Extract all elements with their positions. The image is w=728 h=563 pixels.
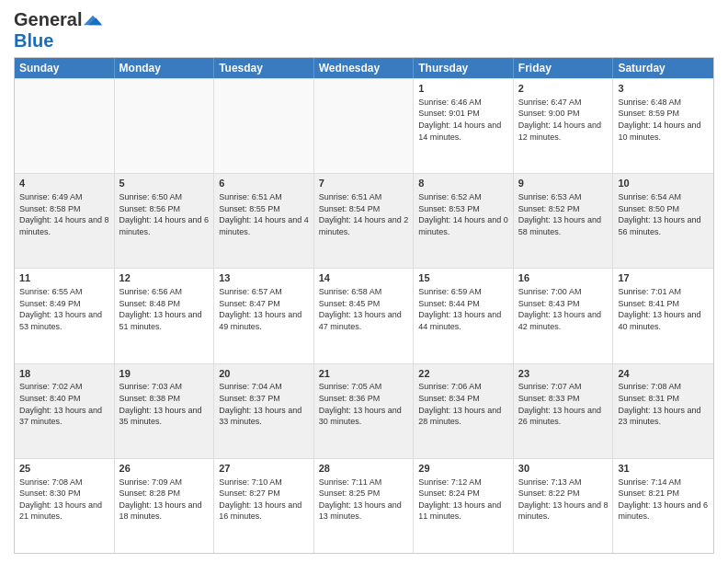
day-number: 16: [518, 271, 609, 285]
logo-icon: [84, 11, 102, 29]
cell-info: Sunrise: 6:59 AMSunset: 8:44 PMDaylight:…: [418, 286, 508, 332]
cell-info: Sunrise: 6:52 AMSunset: 8:53 PMDaylight:…: [418, 191, 508, 237]
page-header: General Blue: [14, 9, 714, 52]
calendar: Sunday Monday Tuesday Wednesday Thursday…: [14, 57, 714, 554]
cell-info: Sunrise: 7:13 AMSunset: 8:22 PMDaylight:…: [518, 477, 609, 523]
cell-info: Sunrise: 7:07 AMSunset: 8:33 PMDaylight:…: [518, 381, 609, 427]
day-number: 7: [319, 177, 409, 190]
calendar-cell: 16Sunrise: 7:00 AMSunset: 8:43 PMDayligh…: [514, 269, 614, 362]
calendar-cell: [214, 79, 314, 173]
cell-info: Sunrise: 6:46 AMSunset: 9:01 PMDaylight:…: [418, 97, 508, 143]
calendar-cell: 11Sunrise: 6:55 AMSunset: 8:49 PMDayligh…: [15, 269, 115, 362]
day-number: 27: [219, 462, 309, 476]
cell-info: Sunrise: 7:12 AMSunset: 8:24 PMDaylight:…: [418, 477, 508, 523]
calendar-cell: 30Sunrise: 7:13 AMSunset: 8:22 PMDayligh…: [514, 459, 614, 553]
cell-info: Sunrise: 6:51 AMSunset: 8:55 PMDaylight:…: [219, 191, 309, 237]
day-number: 21: [319, 367, 409, 381]
calendar-cell: 15Sunrise: 6:59 AMSunset: 8:44 PMDayligh…: [414, 269, 514, 362]
cell-info: Sunrise: 6:51 AMSunset: 8:54 PMDaylight:…: [319, 191, 409, 237]
cell-info: Sunrise: 6:54 AMSunset: 8:50 PMDaylight:…: [618, 191, 709, 237]
cell-info: Sunrise: 7:08 AMSunset: 8:30 PMDaylight:…: [19, 477, 109, 523]
day-number: 22: [418, 367, 508, 381]
day-number: 4: [19, 177, 109, 190]
day-number: 12: [119, 271, 210, 285]
cell-info: Sunrise: 7:14 AMSunset: 8:21 PMDaylight:…: [618, 477, 709, 523]
header-saturday: Saturday: [613, 58, 713, 78]
day-number: 9: [518, 177, 609, 190]
calendar-row: 1Sunrise: 6:46 AMSunset: 9:01 PMDaylight…: [15, 78, 713, 173]
cell-info: Sunrise: 6:53 AMSunset: 8:52 PMDaylight:…: [518, 191, 609, 237]
cell-info: Sunrise: 6:57 AMSunset: 8:47 PMDaylight:…: [219, 286, 309, 332]
calendar-row: 25Sunrise: 7:08 AMSunset: 8:30 PMDayligh…: [15, 458, 713, 553]
calendar-cell: 20Sunrise: 7:04 AMSunset: 8:37 PMDayligh…: [214, 364, 314, 458]
cell-info: Sunrise: 6:55 AMSunset: 8:49 PMDaylight:…: [19, 286, 109, 332]
day-number: 30: [518, 462, 609, 476]
cell-info: Sunrise: 6:48 AMSunset: 8:59 PMDaylight:…: [618, 97, 709, 143]
day-number: 6: [219, 177, 309, 190]
day-number: 31: [618, 462, 709, 476]
calendar-row: 18Sunrise: 7:02 AMSunset: 8:40 PMDayligh…: [15, 363, 713, 458]
calendar-cell: 22Sunrise: 7:06 AMSunset: 8:34 PMDayligh…: [414, 364, 514, 458]
calendar-cell: 24Sunrise: 7:08 AMSunset: 8:31 PMDayligh…: [613, 364, 713, 458]
calendar-cell: 5Sunrise: 6:50 AMSunset: 8:56 PMDaylight…: [115, 174, 215, 268]
day-number: 5: [119, 177, 210, 190]
calendar-cell: 4Sunrise: 6:49 AMSunset: 8:58 PMDaylight…: [15, 174, 115, 268]
day-number: 28: [319, 462, 409, 476]
calendar-cell: 2Sunrise: 6:47 AMSunset: 9:00 PMDaylight…: [514, 79, 614, 173]
calendar-cell: 8Sunrise: 6:52 AMSunset: 8:53 PMDaylight…: [414, 174, 514, 268]
calendar-cell: 6Sunrise: 6:51 AMSunset: 8:55 PMDaylight…: [214, 174, 314, 268]
cell-info: Sunrise: 7:02 AMSunset: 8:40 PMDaylight:…: [19, 381, 109, 427]
calendar-cell: 28Sunrise: 7:11 AMSunset: 8:25 PMDayligh…: [314, 459, 415, 553]
calendar-cell: 12Sunrise: 6:56 AMSunset: 8:48 PMDayligh…: [115, 269, 215, 362]
cell-info: Sunrise: 7:10 AMSunset: 8:27 PMDaylight:…: [219, 477, 309, 523]
cell-info: Sunrise: 6:58 AMSunset: 8:45 PMDaylight:…: [319, 286, 409, 332]
day-number: 23: [518, 367, 609, 381]
day-number: 20: [219, 367, 309, 381]
day-number: 29: [418, 462, 508, 476]
cell-info: Sunrise: 7:00 AMSunset: 8:43 PMDaylight:…: [518, 286, 609, 332]
cell-info: Sunrise: 6:49 AMSunset: 8:58 PMDaylight:…: [19, 191, 109, 237]
day-number: 14: [319, 271, 409, 285]
calendar-cell: 14Sunrise: 6:58 AMSunset: 8:45 PMDayligh…: [314, 269, 415, 362]
calendar-cell: 25Sunrise: 7:08 AMSunset: 8:30 PMDayligh…: [15, 459, 115, 553]
logo-blue: Blue: [14, 30, 53, 51]
cell-info: Sunrise: 7:04 AMSunset: 8:37 PMDaylight:…: [219, 381, 309, 427]
calendar-cell: 9Sunrise: 6:53 AMSunset: 8:52 PMDaylight…: [514, 174, 614, 268]
calendar-cell: 26Sunrise: 7:09 AMSunset: 8:28 PMDayligh…: [115, 459, 215, 553]
cell-info: Sunrise: 7:11 AMSunset: 8:25 PMDaylight:…: [319, 477, 409, 523]
day-number: 10: [618, 177, 709, 190]
cell-info: Sunrise: 7:09 AMSunset: 8:28 PMDaylight:…: [119, 477, 210, 523]
day-number: 24: [618, 367, 709, 381]
logo-general: General: [14, 9, 82, 30]
calendar-cell: 23Sunrise: 7:07 AMSunset: 8:33 PMDayligh…: [514, 364, 614, 458]
day-number: 19: [119, 367, 210, 381]
cell-info: Sunrise: 6:47 AMSunset: 9:00 PMDaylight:…: [518, 97, 609, 143]
calendar-cell: 10Sunrise: 6:54 AMSunset: 8:50 PMDayligh…: [613, 174, 713, 268]
calendar-cell: 3Sunrise: 6:48 AMSunset: 8:59 PMDaylight…: [613, 79, 713, 173]
cell-info: Sunrise: 7:03 AMSunset: 8:38 PMDaylight:…: [119, 381, 210, 427]
header-thursday: Thursday: [414, 58, 514, 78]
day-number: 18: [19, 367, 109, 381]
header-tuesday: Tuesday: [214, 58, 314, 78]
calendar-cell: [15, 79, 115, 173]
calendar-body: 1Sunrise: 6:46 AMSunset: 9:01 PMDaylight…: [15, 78, 713, 553]
header-monday: Monday: [115, 58, 215, 78]
calendar-cell: 1Sunrise: 6:46 AMSunset: 9:01 PMDaylight…: [414, 79, 514, 173]
day-number: 15: [418, 271, 508, 285]
header-friday: Friday: [514, 58, 614, 78]
calendar-cell: 13Sunrise: 6:57 AMSunset: 8:47 PMDayligh…: [214, 269, 314, 362]
header-sunday: Sunday: [15, 58, 115, 78]
calendar-cell: 18Sunrise: 7:02 AMSunset: 8:40 PMDayligh…: [15, 364, 115, 458]
logo: General Blue: [14, 9, 102, 52]
header-wednesday: Wednesday: [314, 58, 415, 78]
day-number: 13: [219, 271, 309, 285]
calendar-cell: 29Sunrise: 7:12 AMSunset: 8:24 PMDayligh…: [414, 459, 514, 553]
day-number: 26: [119, 462, 210, 476]
calendar-row: 11Sunrise: 6:55 AMSunset: 8:49 PMDayligh…: [15, 268, 713, 362]
day-number: 3: [618, 82, 709, 96]
calendar-header: Sunday Monday Tuesday Wednesday Thursday…: [15, 58, 713, 78]
calendar-row: 4Sunrise: 6:49 AMSunset: 8:58 PMDaylight…: [15, 173, 713, 268]
calendar-cell: 7Sunrise: 6:51 AMSunset: 8:54 PMDaylight…: [314, 174, 415, 268]
calendar-cell: [314, 79, 415, 173]
day-number: 1: [418, 82, 508, 96]
